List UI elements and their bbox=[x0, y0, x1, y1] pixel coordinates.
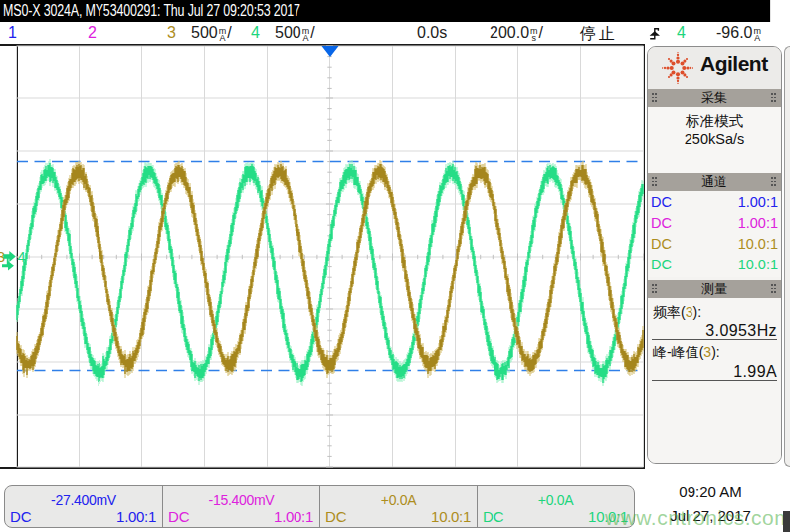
svg-text:4: 4 bbox=[18, 249, 26, 265]
